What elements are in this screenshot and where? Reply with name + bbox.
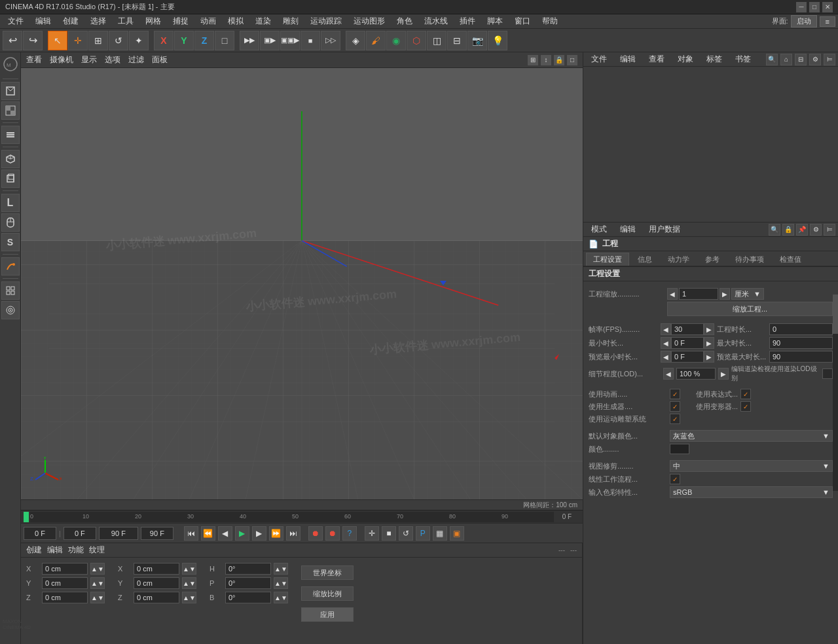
prop-menu-mode[interactable]: 模式 [586,223,612,236]
range-end-field[interactable]: 90 F [141,527,173,540]
tab-check[interactable]: 检查值 [773,253,809,266]
linear-workflow-checkbox[interactable] [670,474,680,484]
menu-pipeline[interactable]: 流水线 [419,14,453,28]
tab-reference[interactable]: 参考 [698,253,727,266]
preview-min-field[interactable]: 0 F [671,351,704,363]
lod-down[interactable]: ◀ [663,368,674,380]
p-field[interactable]: 0° [225,577,271,589]
interactive-render-button[interactable]: ▷▷ [321,31,340,50]
menu-script[interactable]: 脚本 [482,14,508,28]
mouse-button[interactable] [1,213,20,232]
bl-menu-create[interactable]: 创建 [26,545,42,556]
next-frame-button[interactable]: ▶ [252,526,266,541]
undo-button[interactable]: ↩ [3,31,22,50]
all-axis-button[interactable]: □ [215,31,234,50]
fps-down-btn[interactable]: ◀ [661,323,671,335]
use-expr-checkbox[interactable] [740,389,751,399]
camera2-button[interactable]: 📷 [467,31,487,50]
view-menu-filter[interactable]: 过滤 [128,54,144,65]
view-up-button[interactable]: ↕ [541,55,551,65]
x-axis-button[interactable]: X [154,31,173,50]
snap-button[interactable]: ✛ [365,526,379,541]
workspace-options[interactable]: ≡ [820,16,835,27]
l-tool-button[interactable]: L [1,194,20,212]
min-time-field[interactable]: 0 F [671,337,704,349]
obj-filter-button[interactable]: ⊟ [795,54,807,65]
prop-settings-icon[interactable]: ⚙ [810,224,822,236]
scale-tool-button[interactable]: ⊞ [88,31,108,50]
b-spin[interactable]: ▲▼ [274,592,288,603]
layers-button[interactable] [1,126,20,144]
obj-menu-bookmark[interactable]: 书签 [730,52,756,66]
parking-button[interactable]: P [416,526,430,541]
render-settings-button[interactable]: ▣▶ [260,31,280,50]
obj-home-button[interactable]: ⌂ [780,54,792,65]
x-size-spin[interactable]: ▲▼ [182,563,196,575]
view-split-button[interactable]: ⊞ [528,55,538,65]
use-anim-checkbox[interactable] [670,389,680,399]
s-tool-button[interactable]: S [1,233,20,251]
obj-menu-object[interactable]: 对象 [672,52,699,66]
z-axis-button[interactable]: Z [194,31,214,50]
menu-plugin[interactable]: 插件 [454,14,481,28]
start-frame-field[interactable]: 0 F [64,527,96,540]
input-color-dropdown[interactable]: sRGB ▼ [670,486,833,498]
workspace-dropdown[interactable]: 启动 [791,15,817,27]
obj-menu-edit[interactable]: 编辑 [615,52,641,66]
use-deform-checkbox[interactable] [740,401,751,412]
y-size-spin[interactable]: ▲▼ [182,577,196,589]
perspective-view-button[interactable]: ◈ [346,31,365,50]
bl-menu-edit[interactable]: 编辑 [47,545,63,556]
menu-render[interactable]: 道染 [250,14,276,28]
h-spin[interactable]: ▲▼ [274,563,288,575]
texture-button[interactable]: ⬡ [407,31,426,50]
default-obj-color-dropdown[interactable]: 灰蓝色 ▼ [670,430,833,442]
checker-button[interactable] [1,101,20,120]
close-button[interactable]: ✕ [822,2,833,12]
min-time-down[interactable]: ◀ [661,337,671,349]
model-mode-button[interactable] [1,82,20,100]
menu-char[interactable]: 角色 [392,14,418,28]
tab-todo[interactable]: 待办事项 [728,253,771,266]
record-button[interactable]: ⏺ [308,526,323,541]
paint-button[interactable]: 🖌 [366,31,386,50]
fps-up-btn[interactable]: ▶ [704,323,714,335]
max-time-field[interactable]: 90 [769,337,833,349]
obj-search-button[interactable]: 🔍 [766,54,778,65]
menu-edit[interactable]: 编辑 [30,14,56,28]
scale-project-button[interactable]: 缩放工程... [667,302,833,316]
h-field[interactable]: 0° [225,563,271,575]
use-gen-checkbox[interactable] [670,401,680,412]
fps-field[interactable]: 30 [671,323,704,335]
play-button[interactable]: ▶ [235,526,249,541]
right-scrollbar-thumb[interactable] [833,295,838,334]
y-pos-spin[interactable]: ▲▼ [90,577,105,589]
obj-settings-button[interactable]: ⚙ [809,54,821,65]
sculpt-button[interactable] [1,257,20,276]
min-time-up[interactable]: ▶ [704,337,714,349]
prop-lock-icon[interactable]: 🔒 [782,224,794,236]
view-lock-button[interactable]: 🔒 [554,55,564,65]
anim-tag-button[interactable]: ■ [382,526,396,541]
scale-number-field[interactable]: 1 [679,288,718,300]
lod-up[interactable]: ▶ [718,368,729,380]
prev-key-button[interactable]: ⏪ [201,526,215,541]
rotate-tool-button[interactable]: ↺ [109,31,128,50]
next-key-button[interactable]: ⏩ [269,526,283,541]
tab-info[interactable]: 信息 [630,253,659,266]
x-pos-field[interactable]: 0 cm [42,563,88,575]
z-pos-spin[interactable]: ▲▼ [90,592,105,603]
menu-tools[interactable]: 工具 [113,14,139,28]
preview-min-down[interactable]: ◀ [661,351,671,363]
bl-menu-texture[interactable]: 纹理 [89,545,105,556]
gamma-dropdown[interactable]: 中 ▼ [670,460,833,472]
z-size-field[interactable]: 0 cm [134,592,179,603]
prop-panel-icon[interactable]: ⊨ [824,224,835,236]
b-field[interactable]: 0° [225,592,271,603]
go-end-button[interactable]: ⏭ [286,526,301,541]
end-frame-field[interactable]: 90 F [99,527,138,540]
menu-sculpt[interactable]: 雕刻 [278,14,304,28]
timeline-track[interactable]: 0 10 20 30 40 50 60 70 80 90 [30,512,554,522]
obj-side-panel-button[interactable]: ⊨ [824,54,835,65]
loop-button[interactable]: ↺ [399,526,413,541]
